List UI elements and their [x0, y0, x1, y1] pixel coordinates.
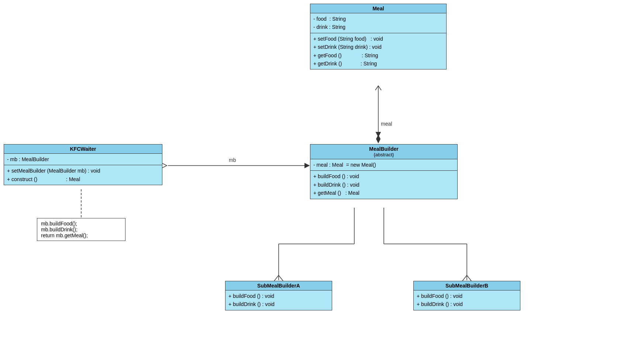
mealbuilder-class-header: MealBuilder {abstract} — [310, 144, 457, 159]
meal-method-2: + setDrink (String drink) : void — [313, 43, 443, 51]
kfcwaiter-attributes: - mb : MealBuilder — [4, 154, 162, 165]
mealbuilder-method-1: + buildFood () : void — [313, 172, 454, 180]
kfcwaiter-method-1: + setMealBuilder (MealBuilder mb) : void — [7, 167, 159, 175]
construct-note: mb.buildFood(); mb.buildDrink(); return … — [37, 218, 125, 241]
mealbuilder-abstract-label: {abstract} — [313, 152, 454, 157]
mealbuilder-methods: + buildFood () : void + buildDrink () : … — [310, 171, 457, 198]
submealbuilderb-class: SubMealBuilderB + buildFood () : void + … — [413, 281, 520, 310]
meal-methods: + setFood (String food) : void + setDrin… — [310, 33, 446, 69]
meal-attributes: - food : String - drink : String — [310, 13, 446, 33]
mealbuilder-class: MealBuilder {abstract} - meal : Meal = n… — [310, 144, 458, 199]
submealbuilderb-methods: + buildFood () : void + buildDrink () : … — [414, 290, 520, 310]
kfcwaiter-class-header: KFCWaiter — [4, 144, 162, 154]
submealbuildera-class-header: SubMealBuilderA — [225, 281, 332, 290]
note-line-3: return mb.getMeal(); — [41, 232, 121, 238]
meal-class-name: Meal — [372, 6, 384, 11]
mealbuilder-class-name: MealBuilder — [369, 146, 398, 152]
svg-text:mb: mb — [229, 157, 236, 163]
meal-attr-2: - drink : String — [313, 23, 443, 31]
mealbuilder-attr-1: - meal : Meal = new Meal() — [313, 161, 454, 169]
submealbuilderb-class-name: SubMealBuilderB — [445, 283, 488, 289]
kfcwaiter-method-2: + construct () : Meal — [7, 175, 159, 183]
submealbuildera-method-2: + buildDrink () : void — [228, 300, 329, 308]
mealbuilder-attributes: - meal : Meal = new Meal() — [310, 159, 457, 171]
meal-class: Meal - food : String - drink : String + … — [310, 4, 447, 69]
kfcwaiter-class-name: KFCWaiter — [70, 146, 96, 152]
svg-marker-1 — [376, 135, 380, 143]
mealbuilder-method-2: + buildDrink () : void — [313, 181, 454, 189]
kfcwaiter-methods: + setMealBuilder (MealBuilder mb) : void… — [4, 165, 162, 185]
meal-class-header: Meal — [310, 4, 446, 13]
kfcwaiter-class: KFCWaiter - mb : MealBuilder + setMealBu… — [4, 144, 162, 185]
meal-method-1: + setFood (String food) : void — [313, 35, 443, 43]
uml-diagram: meal mb Meal - food : String - d — [0, 0, 644, 357]
meal-method-3: + getFood () : String — [313, 51, 443, 59]
submealbuilderb-method-1: + buildFood () : void — [417, 292, 517, 300]
submealbuilderb-method-2: + buildDrink () : void — [417, 300, 517, 308]
submealbuildera-methods: + buildFood () : void + buildDrink () : … — [225, 290, 332, 310]
submealbuildera-method-1: + buildFood () : void — [228, 292, 329, 300]
note-line-2: mb.buildDrink(); — [41, 227, 121, 232]
submealbuildera-class-name: SubMealBuilderA — [257, 283, 300, 289]
mealbuilder-method-3: + getMeal () : Meal — [313, 189, 454, 197]
svg-text:meal: meal — [381, 121, 392, 127]
submealbuilderb-class-header: SubMealBuilderB — [414, 281, 520, 290]
note-line-1: mb.buildFood(); — [41, 221, 121, 227]
meal-method-4: + getDrink () : String — [313, 59, 443, 68]
submealbuildera-class: SubMealBuilderA + buildFood () : void + … — [225, 281, 332, 310]
meal-attr-1: - food : String — [313, 15, 443, 23]
kfcwaiter-attr-1: - mb : MealBuilder — [7, 155, 159, 163]
